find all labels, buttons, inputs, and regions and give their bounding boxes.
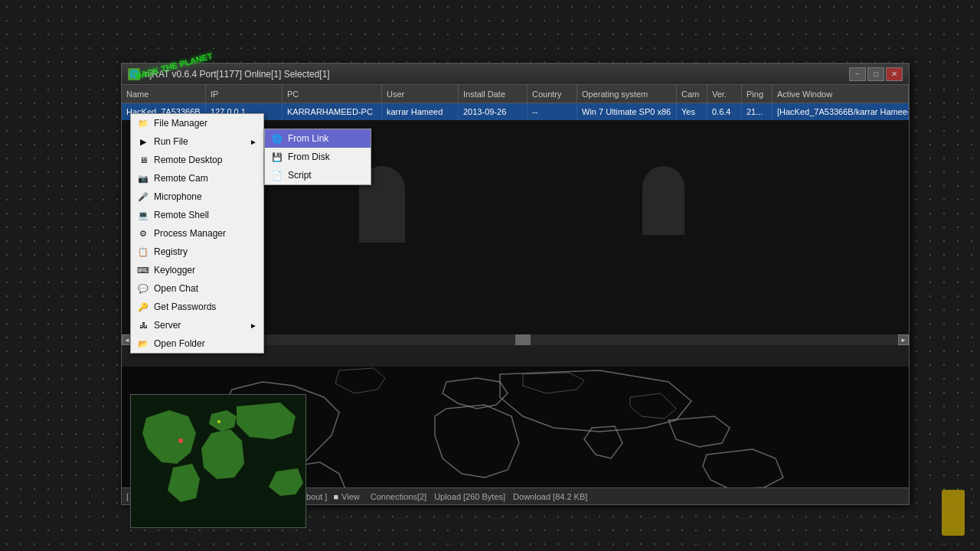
- menu-open-folder-label: Open Folder: [154, 338, 205, 349]
- menu-file-manager[interactable]: 📁 File Manager: [131, 114, 263, 132]
- menu-get-passwords[interactable]: 🔑 Get Passwords: [131, 298, 263, 316]
- svg-point-1: [178, 439, 183, 443]
- submenu-from-disk-label: From Disk: [288, 152, 330, 162]
- menu-open-chat[interactable]: 💬 Open Chat: [131, 279, 263, 298]
- menu-microphone-label: Microphone: [154, 191, 202, 202]
- submenu-from-disk[interactable]: 💾 From Disk: [265, 148, 371, 166]
- registry-icon: 📋: [137, 246, 149, 258]
- col-header-ping[interactable]: Ping: [742, 85, 773, 103]
- menu-registry-label: Registry: [154, 246, 188, 257]
- col-header-active[interactable]: Active Window: [773, 85, 909, 103]
- server-arrow-icon: ►: [250, 321, 257, 330]
- scroll-right-button[interactable]: ►: [898, 334, 909, 345]
- col-header-install[interactable]: Install Date: [459, 85, 528, 103]
- col-header-os[interactable]: Operating system: [577, 85, 677, 103]
- ghost-figure-2: [642, 166, 684, 235]
- column-header: Name IP PC User Install Date Country Ope…: [122, 85, 909, 103]
- menu-get-passwords-label: Get Passwords: [154, 302, 216, 312]
- status-download: Download [84.2 KB]: [513, 492, 587, 501]
- submenu-from-link[interactable]: 🌐 From Link: [265, 129, 371, 148]
- menu-remote-desktop-label: Remote Desktop: [154, 155, 222, 165]
- scroll-thumb[interactable]: [515, 334, 531, 345]
- remote-shell-icon: 💻: [137, 209, 149, 221]
- process-manager-icon: ⚙: [137, 227, 149, 240]
- col-header-name[interactable]: Name: [122, 85, 206, 103]
- title-bar: 🌐 njRAT v0.6.4 Port[1177] Online[1] Sele…: [122, 64, 909, 85]
- cell-install: 2013-09-26: [459, 103, 528, 120]
- menu-registry[interactable]: 📋 Registry: [131, 243, 263, 261]
- col-header-country[interactable]: Country: [528, 85, 577, 103]
- cell-pc: KARRARHAMEED-PC: [283, 103, 382, 120]
- menu-keylogger[interactable]: ⌨ Keylogger: [131, 261, 263, 279]
- context-menu: 📁 File Manager ▶ Run File ► 🖥 Remote Des…: [130, 113, 264, 354]
- menu-run-file-label: Run File: [154, 136, 188, 147]
- submenu-script-label: Script: [288, 170, 312, 181]
- get-passwords-icon: 🔑: [137, 301, 149, 313]
- menu-remote-cam[interactable]: 📷 Remote Cam: [131, 169, 263, 187]
- status-view-link[interactable]: View: [341, 492, 360, 501]
- keylogger-icon: ⌨: [137, 264, 149, 276]
- menu-open-chat-label: Open Chat: [154, 283, 198, 294]
- cell-country: --: [528, 103, 577, 120]
- menu-microphone[interactable]: 🎤 Microphone: [131, 187, 263, 206]
- run-file-icon: ▶: [137, 135, 149, 148]
- menu-keylogger-label: Keylogger: [154, 265, 195, 276]
- menu-remote-shell[interactable]: 💻 Remote Shell: [131, 206, 263, 224]
- cell-user: karrar Hameed: [382, 103, 459, 120]
- menu-open-folder[interactable]: 📂 Open Folder: [131, 334, 263, 353]
- remote-cam-icon: 📷: [137, 172, 149, 184]
- cell-active: [HacKed_7A53366B/karrar Hameed/Win...: [773, 103, 909, 120]
- menu-process-manager[interactable]: ⚙ Process Manager: [131, 224, 263, 243]
- cell-ping: 21...: [742, 103, 773, 120]
- open-chat-icon: 💬: [137, 282, 149, 295]
- from-disk-icon: 💾: [271, 151, 283, 163]
- file-manager-icon: 📁: [137, 117, 149, 129]
- menu-server-label: Server: [154, 320, 181, 331]
- script-icon: 📄: [271, 169, 283, 181]
- status-connections: Connections[2]: [371, 492, 426, 501]
- mini-window: [130, 394, 306, 528]
- cell-cam: Yes: [677, 103, 707, 120]
- menu-server[interactable]: 🖧 Server ►: [131, 316, 263, 334]
- open-folder-icon: 📂: [137, 337, 149, 350]
- cell-ver: 0.6.4: [707, 103, 742, 120]
- submenu-from-link-label: From Link: [288, 133, 328, 144]
- menu-file-manager-label: File Manager: [154, 118, 207, 129]
- window-title: njRAT v0.6.4 Port[1177] Online[1] Select…: [145, 69, 849, 80]
- close-button[interactable]: ✕: [886, 67, 903, 81]
- run-file-submenu: 🌐 From Link 💾 From Disk 📄 Script: [264, 129, 371, 185]
- menu-remote-cam-label: Remote Cam: [154, 173, 208, 184]
- col-header-ver[interactable]: Ver.: [707, 85, 742, 103]
- corner-decoration: [942, 490, 965, 536]
- menu-remote-shell-label: Remote Shell: [154, 210, 209, 220]
- from-link-icon: 🌐: [271, 132, 283, 145]
- col-header-pc[interactable]: PC: [283, 85, 382, 103]
- server-icon: 🖧: [137, 319, 149, 331]
- col-header-cam[interactable]: Cam: [677, 85, 707, 103]
- menu-run-file[interactable]: ▶ Run File ►: [131, 132, 263, 151]
- menu-process-manager-label: Process Manager: [154, 228, 226, 239]
- window-controls: − □ ✕: [849, 67, 903, 81]
- maximize-button[interactable]: □: [867, 67, 884, 81]
- status-upload: Upload [260 Bytes]: [434, 492, 505, 501]
- col-header-ip[interactable]: IP: [206, 85, 283, 103]
- microphone-icon: 🎤: [137, 191, 149, 203]
- submenu-script[interactable]: 📄 Script: [265, 166, 371, 184]
- cell-os: Win 7 Ultimate SP0 x86: [577, 103, 677, 120]
- remote-desktop-icon: 🖥: [137, 154, 149, 166]
- svg-point-2: [217, 420, 220, 423]
- minimize-button[interactable]: −: [849, 67, 866, 81]
- col-header-user[interactable]: User: [382, 85, 459, 103]
- mini-map-svg: [131, 395, 306, 528]
- run-file-arrow-icon: ►: [250, 138, 257, 146]
- menu-remote-desktop[interactable]: 🖥 Remote Desktop: [131, 151, 263, 169]
